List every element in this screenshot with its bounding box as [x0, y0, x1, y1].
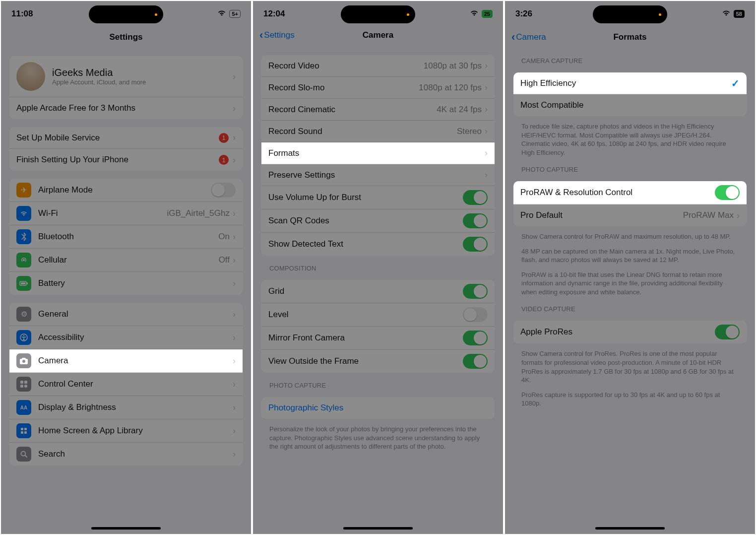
gear-icon: ⚙︎	[16, 307, 31, 322]
svg-point-5	[22, 360, 25, 363]
grid-switch[interactable]	[463, 284, 488, 299]
dynamic-island	[593, 5, 667, 23]
camera-row[interactable]: Camera ›	[9, 349, 243, 373]
composition-header: COMPOSITION	[269, 265, 487, 272]
formats-row[interactable]: Formats ›	[261, 142, 495, 164]
apple-arcade-row[interactable]: Apple Arcade Free for 3 Months ›	[9, 97, 243, 119]
notification-badge: 1	[219, 133, 229, 143]
photographic-styles-row[interactable]: Photographic Styles	[261, 397, 495, 419]
chevron-right-icon: ›	[233, 155, 236, 165]
nav-bar: ‹ Settings Camera	[253, 24, 503, 46]
home-indicator[interactable]	[343, 527, 413, 530]
proraw-footer-3: ProRAW is a 10-bit file that uses the Li…	[521, 270, 739, 297]
airplane-row[interactable]: ✈︎ Airplane Mode	[9, 179, 243, 202]
general-row[interactable]: ⚙︎ General ›	[9, 303, 243, 326]
display-row[interactable]: AA Display & Brightness ›	[9, 396, 243, 419]
prores-switch[interactable]	[715, 325, 740, 339]
record-slomo-row[interactable]: Record Slo-mo 1080p at 120 fps ›	[261, 77, 495, 99]
svg-rect-6	[20, 381, 23, 384]
chevron-right-icon: ›	[233, 426, 236, 436]
chevron-right-icon: ›	[485, 126, 488, 136]
scan-qr-row[interactable]: Scan QR Codes	[261, 209, 495, 233]
wifi-row[interactable]: Wi-Fi iGB_Airtel_5Ghz ›	[9, 202, 243, 225]
detected-text-row[interactable]: Show Detected Text	[261, 233, 495, 256]
chevron-right-icon: ›	[233, 71, 236, 82]
chevron-right-icon: ›	[233, 278, 236, 289]
record-cinematic-row[interactable]: Record Cinematic 4K at 24 fps ›	[261, 99, 495, 121]
mirror-row[interactable]: Mirror Front Camera	[261, 327, 495, 350]
chevron-right-icon: ›	[233, 333, 236, 343]
svg-rect-9	[24, 385, 27, 388]
status-bar: 3:26 58	[505, 1, 755, 26]
chevron-right-icon: ›	[485, 170, 488, 180]
detected-text-switch[interactable]	[463, 237, 488, 252]
bluetooth-icon	[16, 229, 31, 244]
photo-capture-header: PHOTO CAPTURE	[269, 382, 487, 389]
bluetooth-row[interactable]: Bluetooth On ›	[9, 225, 243, 249]
back-button[interactable]: ‹ Camera	[511, 31, 546, 44]
home-screen-icon	[16, 423, 31, 438]
proraw-switch[interactable]	[715, 185, 740, 200]
svg-line-16	[25, 456, 27, 458]
nav-bar: Settings	[1, 26, 251, 48]
chevron-left-icon: ‹	[511, 31, 515, 44]
battery-row[interactable]: Battery ›	[9, 272, 243, 295]
nav-bar: ‹ Camera Formats	[505, 26, 755, 48]
most-compatible-row[interactable]: Most Compatible	[513, 94, 747, 116]
scan-qr-switch[interactable]	[463, 213, 488, 228]
status-bar: 11:08 5+	[1, 1, 251, 26]
control-center-row[interactable]: Control Center ›	[9, 373, 243, 396]
setup-mobile-row[interactable]: Set Up Mobile Service 1 ›	[9, 127, 243, 149]
prores-row[interactable]: Apple ProRes	[513, 321, 747, 343]
svg-rect-8	[20, 385, 23, 388]
finish-setup-row[interactable]: Finish Setting Up Your iPhone 1 ›	[9, 149, 243, 171]
chevron-right-icon: ›	[485, 61, 488, 71]
view-outside-switch[interactable]	[463, 354, 488, 369]
photo-capture-header: PHOTO CAPTURE	[521, 166, 739, 173]
airplane-icon: ✈︎	[16, 183, 31, 198]
video-capture-header: VIDEO CAPTURE	[521, 305, 739, 313]
svg-point-4	[23, 335, 24, 336]
prores-footer-1: Show Camera control for ProRes. ProRes i…	[521, 349, 739, 384]
home-indicator[interactable]	[595, 527, 665, 530]
proraw-row[interactable]: ProRAW & Resolution Control	[513, 181, 747, 204]
record-sound-row[interactable]: Record Sound Stereo ›	[261, 121, 495, 142]
level-switch[interactable]	[463, 307, 488, 322]
chevron-right-icon: ›	[485, 104, 488, 115]
page-title: Formats	[613, 32, 646, 42]
high-efficiency-row[interactable]: High Efficiency ✓	[513, 72, 747, 94]
pro-default-row[interactable]: Pro Default ProRAW Max ›	[513, 204, 747, 226]
chevron-right-icon: ›	[233, 255, 236, 266]
search-row[interactable]: Search ›	[9, 443, 243, 466]
page-title: Camera	[363, 30, 393, 40]
volume-burst-row[interactable]: Use Volume Up for Burst	[261, 186, 495, 209]
display-icon: AA	[16, 400, 31, 415]
record-video-row[interactable]: Record Video 1080p at 30 fps ›	[261, 55, 495, 77]
chevron-right-icon: ›	[233, 208, 236, 219]
notification-badge: 1	[219, 155, 229, 165]
preserve-settings-row[interactable]: Preserve Settings ›	[261, 164, 495, 186]
search-icon	[16, 447, 31, 462]
accessibility-row[interactable]: Accessibility ›	[9, 326, 243, 349]
page-title: Settings	[109, 32, 142, 42]
status-time: 12:04	[263, 9, 285, 19]
camera-icon	[16, 353, 31, 368]
back-button[interactable]: ‹ Settings	[259, 29, 295, 42]
volume-burst-switch[interactable]	[463, 190, 488, 205]
level-row[interactable]: Level	[261, 303, 495, 327]
cellular-row[interactable]: Cellular Off ›	[9, 249, 243, 272]
chevron-right-icon: ›	[233, 133, 236, 143]
svg-rect-14	[24, 431, 27, 434]
battery-indicator: 25	[482, 10, 493, 18]
mirror-switch[interactable]	[463, 331, 488, 345]
grid-row[interactable]: Grid	[261, 280, 495, 303]
home-indicator[interactable]	[91, 527, 161, 530]
home-screen-row[interactable]: Home Screen & App Library ›	[9, 419, 243, 443]
airplane-switch[interactable]	[211, 183, 236, 198]
profile-row[interactable]: iGeeks Media Apple Account, iCloud, and …	[9, 56, 243, 97]
status-bar: 12:04 25	[253, 1, 503, 26]
wifi-icon	[470, 9, 479, 18]
checkmark-icon: ✓	[731, 77, 740, 89]
chevron-right-icon: ›	[233, 356, 236, 366]
view-outside-row[interactable]: View Outside the Frame	[261, 350, 495, 373]
